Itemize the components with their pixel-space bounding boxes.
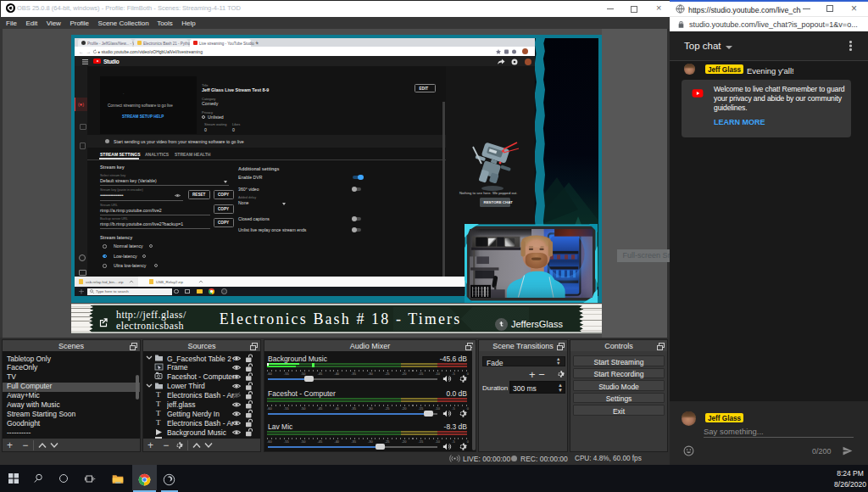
svg-text:T: T [156, 400, 161, 408]
svg-text:T: T [156, 418, 161, 427]
svg-text:T: T [156, 409, 161, 417]
svg-text:T: T [156, 390, 161, 399]
